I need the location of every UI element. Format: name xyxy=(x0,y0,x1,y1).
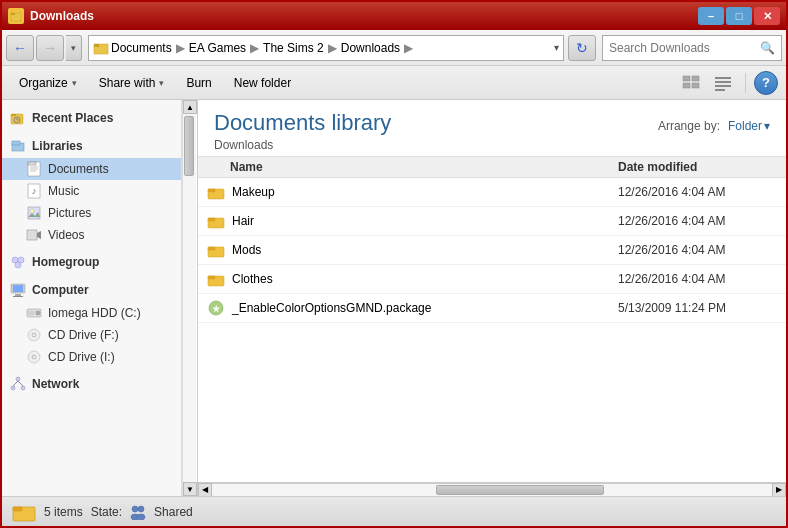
organize-button[interactable]: Organize ▾ xyxy=(10,71,86,95)
help-button[interactable]: ? xyxy=(754,71,778,95)
libraries-icon xyxy=(10,138,26,154)
svg-point-64 xyxy=(132,506,138,512)
breadcrumb-documents[interactable]: Documents xyxy=(111,41,172,55)
sidebar-item-libraries[interactable]: Libraries xyxy=(2,134,181,158)
file-list-header: Name Date modified xyxy=(198,157,786,178)
sidebar-item-documents[interactable]: Documents xyxy=(2,158,181,180)
h-scroll-thumb[interactable] xyxy=(436,485,604,495)
sidebar-item-homegroup[interactable]: Homegroup xyxy=(2,250,181,274)
sidebar-section-homegroup: Homegroup xyxy=(2,250,181,274)
share-with-button[interactable]: Share with ▾ xyxy=(90,71,174,95)
breadcrumb-eagames[interactable]: EA Games xyxy=(189,41,246,55)
sidebar-item-iomega-hdd[interactable]: Iomega HDD (C:) xyxy=(2,302,181,324)
svg-rect-63 xyxy=(13,507,22,511)
videos-icon xyxy=(26,227,42,243)
sidebar-scroll-down[interactable]: ▼ xyxy=(183,482,197,496)
network-label: Network xyxy=(32,377,79,391)
table-row[interactable]: Hair 12/26/2016 4:04 AM xyxy=(198,207,786,236)
breadcrumb-downloads[interactable]: Downloads xyxy=(341,41,400,55)
sidebar-scroll-thumb[interactable] xyxy=(184,116,194,176)
file-name: Clothes xyxy=(232,272,618,286)
new-folder-button[interactable]: New folder xyxy=(225,71,300,95)
folder-icon xyxy=(206,240,226,260)
maximize-button[interactable]: □ xyxy=(726,7,752,25)
videos-label: Videos xyxy=(48,228,84,242)
package-icon: ★ xyxy=(206,298,226,318)
column-name[interactable]: Name xyxy=(206,160,618,174)
folder-icon xyxy=(206,182,226,202)
file-name: Makeup xyxy=(232,185,618,199)
arrange-controls: Arrange by: Folder ▾ xyxy=(658,119,770,133)
back-button[interactable]: ← xyxy=(6,35,34,61)
search-icon: 🔍 xyxy=(760,41,775,55)
library-title: Documents library xyxy=(214,110,391,136)
state-label: State: xyxy=(91,505,122,519)
view-options-button[interactable] xyxy=(677,71,705,95)
table-row[interactable]: ★ _EnableColorOptionsGMND.package 5/13/2… xyxy=(198,294,786,323)
table-row[interactable]: Clothes 12/26/2016 4:04 AM xyxy=(198,265,786,294)
sidebar-scroll-up[interactable]: ▲ xyxy=(183,100,197,114)
svg-rect-36 xyxy=(13,296,23,297)
svg-point-49 xyxy=(21,386,25,390)
svg-line-51 xyxy=(18,381,23,386)
network-icon xyxy=(10,376,26,392)
arrange-dropdown[interactable]: Folder ▾ xyxy=(728,119,770,133)
h-scroll-left[interactable]: ◀ xyxy=(198,483,212,497)
recent-button[interactable]: ▾ xyxy=(66,35,82,61)
svg-rect-53 xyxy=(208,189,215,192)
svg-rect-7 xyxy=(692,83,699,88)
sidebar-item-music[interactable]: ♪ Music xyxy=(2,180,181,202)
library-subtitle: Downloads xyxy=(214,138,391,152)
sidebar-scrollbar[interactable]: ▲ ▼ xyxy=(182,100,196,496)
svg-rect-8 xyxy=(715,77,731,79)
sidebar-item-cd-drive-f[interactable]: CD Drive (F:) xyxy=(2,324,181,346)
svg-rect-34 xyxy=(13,285,23,292)
search-box[interactable]: 🔍 xyxy=(602,35,782,61)
details-view-button[interactable] xyxy=(709,71,737,95)
column-date-modified[interactable]: Date modified xyxy=(618,160,778,174)
minimize-button[interactable]: – xyxy=(698,7,724,25)
sidebar-item-recent-places[interactable]: Recent Places xyxy=(2,106,181,130)
title-bar-left: Downloads xyxy=(8,8,94,24)
sidebar-scroll-track[interactable] xyxy=(183,114,196,482)
sidebar-item-network[interactable]: Network xyxy=(2,372,181,396)
homegroup-icon xyxy=(10,254,26,270)
toolbar-separator xyxy=(745,73,746,93)
file-name: Hair xyxy=(232,214,618,228)
search-input[interactable] xyxy=(609,41,760,55)
sidebar-item-cd-drive-i[interactable]: CD Drive (I:) xyxy=(2,346,181,368)
sidebar-item-videos[interactable]: Videos xyxy=(2,224,181,246)
close-button[interactable]: ✕ xyxy=(754,7,780,25)
svg-rect-4 xyxy=(683,76,690,81)
sidebar-item-computer[interactable]: Computer xyxy=(2,278,181,302)
cd-drive-i-label: CD Drive (I:) xyxy=(48,350,115,364)
svg-point-38 xyxy=(36,311,40,315)
svg-point-32 xyxy=(15,262,21,268)
h-scroll-track[interactable] xyxy=(212,483,772,497)
documents-label: Documents xyxy=(48,162,109,176)
burn-button[interactable]: Burn xyxy=(177,71,220,95)
svg-point-65 xyxy=(138,506,144,512)
svg-rect-13 xyxy=(11,114,16,116)
breadcrumb-sims2[interactable]: The Sims 2 xyxy=(263,41,324,55)
music-label: Music xyxy=(48,184,79,198)
svg-rect-35 xyxy=(15,294,21,296)
svg-point-43 xyxy=(33,334,35,336)
table-row[interactable]: Mods 12/26/2016 4:04 AM xyxy=(198,236,786,265)
documents-icon xyxy=(26,161,42,177)
horizontal-scrollbar[interactable]: ◀ ▶ xyxy=(198,482,786,496)
refresh-button[interactable]: ↻ xyxy=(568,35,596,61)
forward-button[interactable]: → xyxy=(36,35,64,61)
svg-rect-18 xyxy=(12,141,20,145)
sidebar-section-recent: Recent Places xyxy=(2,106,181,130)
address-dropdown-icon[interactable]: ▾ xyxy=(554,42,559,53)
items-count: 5 items xyxy=(44,505,83,519)
h-scroll-right[interactable]: ▶ xyxy=(772,483,786,497)
sidebar-section-network: Network xyxy=(2,372,181,396)
address-bar[interactable]: Documents ▶ EA Games ▶ The Sims 2 ▶ Down… xyxy=(88,35,564,61)
table-row[interactable]: Makeup 12/26/2016 4:04 AM xyxy=(198,178,786,207)
cd-drive-f-icon xyxy=(26,327,42,343)
sidebar-item-pictures[interactable]: Pictures xyxy=(2,202,181,224)
svg-rect-5 xyxy=(692,76,699,81)
nav-toolbar: ← → ▾ Documents ▶ EA Games ▶ The Sims 2 … xyxy=(2,30,786,66)
